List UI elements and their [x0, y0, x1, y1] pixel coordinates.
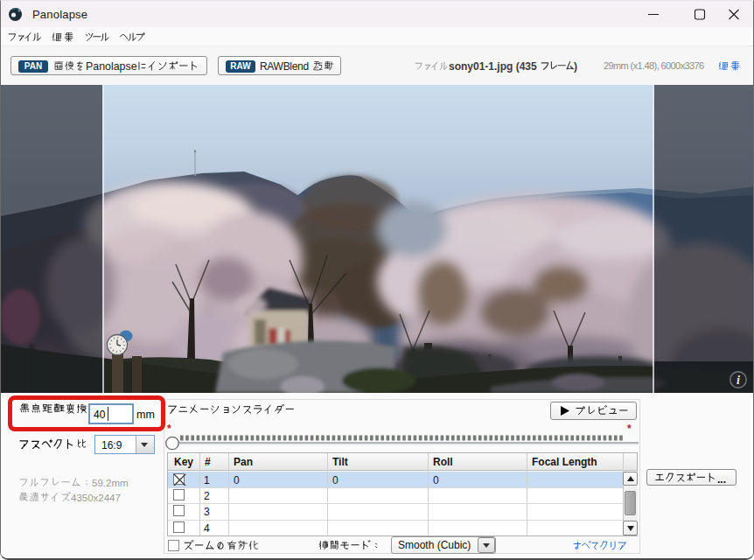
svg-text:mm: mm	[136, 409, 155, 421]
svg-text:59.2mm: 59.2mm	[92, 478, 129, 488]
svg-text:RAWBlend: RAWBlend	[260, 60, 309, 73]
svg-text:4350x2447: 4350x2447	[71, 493, 121, 503]
svg-text:): )	[574, 60, 577, 73]
svg-text:...: ...	[717, 473, 726, 486]
svg-text:sony01-1.jpg (435: sony01-1.jpg (435	[449, 60, 537, 73]
svg-text:29mm (x1.48), 6000x3376: 29mm (x1.48), 6000x3376	[604, 60, 704, 71]
svg-text:Panolapse: Panolapse	[86, 60, 137, 73]
